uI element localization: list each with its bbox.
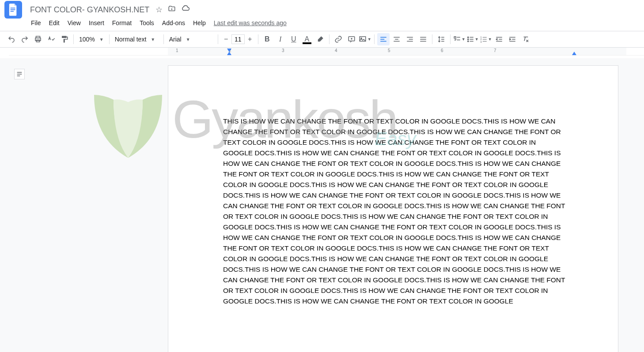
undo-button[interactable] [5,33,18,45]
font-size-increase[interactable]: + [245,34,255,45]
menu-file[interactable]: File [27,18,45,28]
menu-help[interactable]: Help [189,18,209,28]
spellcheck-button[interactable] [45,33,57,45]
toolbar: 100%▼ Normal text▼ Arial▼ − + B I U A ▼ … [0,31,644,48]
zoom-dropdown[interactable]: 100%▼ [76,33,106,45]
document-page[interactable]: THIS IS HOW WE CAN CHANGE THE FONT OR TE… [168,65,618,352]
menu-bar: File Edit View Insert Format Tools Add-o… [0,16,644,31]
svg-point-10 [467,37,468,37]
menu-edit[interactable]: Edit [45,18,63,28]
svg-point-11 [467,39,468,40]
add-comment-button[interactable] [345,33,358,45]
star-icon[interactable]: ☆ [155,5,163,15]
checklist-button[interactable]: ▼ [453,33,466,45]
svg-text:3: 3 [480,41,481,43]
text-color-button[interactable]: A [301,33,313,45]
ruler-tick: 5 [388,48,390,53]
font-size-decrease[interactable]: − [221,34,231,45]
document-body-text[interactable]: THIS IS HOW WE CAN CHANGE THE FONT OR TE… [223,116,567,307]
align-left-button[interactable] [377,33,390,45]
document-title[interactable]: FONT COLOR- GYANKOSH.NET [27,4,152,15]
menu-insert[interactable]: Insert [85,18,108,28]
menu-view[interactable]: View [64,18,84,28]
bulleted-list-button[interactable]: ▼ [466,33,479,45]
paint-format-button[interactable] [58,33,71,45]
ruler-tick: 3 [282,48,284,53]
insert-image-button[interactable]: ▼ [359,33,371,45]
style-dropdown[interactable]: Normal text▼ [112,33,161,45]
svg-rect-0 [11,7,15,8]
svg-rect-1 [11,9,15,10]
text-color-swatch [303,42,311,44]
document-outline-button[interactable] [14,69,25,79]
highlight-button[interactable] [314,33,326,45]
font-size-control: − + [221,34,255,45]
ruler-tick: 7 [494,48,496,53]
ruler-tick: 1 [176,48,178,53]
italic-button[interactable]: I [274,33,287,45]
left-indent-marker[interactable] [227,52,231,55]
align-center-button[interactable] [390,33,403,45]
decrease-indent-button[interactable] [493,33,505,45]
cloud-sync-icon[interactable] [181,5,190,15]
google-docs-logo-icon[interactable] [4,1,22,19]
print-button[interactable] [32,33,44,45]
menu-tools[interactable]: Tools [136,18,158,28]
align-justify-button[interactable] [417,33,429,45]
horizontal-ruler[interactable]: 1 2 3 4 5 6 7 [9,48,644,56]
document-icon [8,4,18,16]
right-indent-marker[interactable] [572,52,576,55]
menu-addons[interactable]: Add-ons [159,18,189,28]
last-edit-link[interactable]: Last edit was seconds ago [214,19,287,26]
svg-rect-2 [11,11,14,12]
redo-button[interactable] [19,33,31,45]
align-right-button[interactable] [404,33,416,45]
increase-indent-button[interactable] [506,33,519,45]
font-size-input[interactable] [231,34,245,44]
ruler-tick: 4 [335,48,337,53]
font-dropdown[interactable]: Arial▼ [167,33,215,45]
bold-button[interactable]: B [261,33,273,45]
insert-link-button[interactable] [332,33,345,45]
clear-formatting-button[interactable] [519,33,532,45]
ruler-tick: 6 [441,48,443,53]
svg-rect-9 [454,37,456,38]
svg-point-12 [467,41,468,41]
menu-format[interactable]: Format [109,18,135,28]
line-spacing-button[interactable] [435,33,447,45]
document-canvas: THIS IS HOW WE CAN CHANGE THE FONT OR TE… [0,58,644,352]
numbered-list-button[interactable]: 123▼ [480,33,492,45]
underline-button[interactable]: U [288,33,300,45]
move-icon[interactable] [168,5,176,15]
